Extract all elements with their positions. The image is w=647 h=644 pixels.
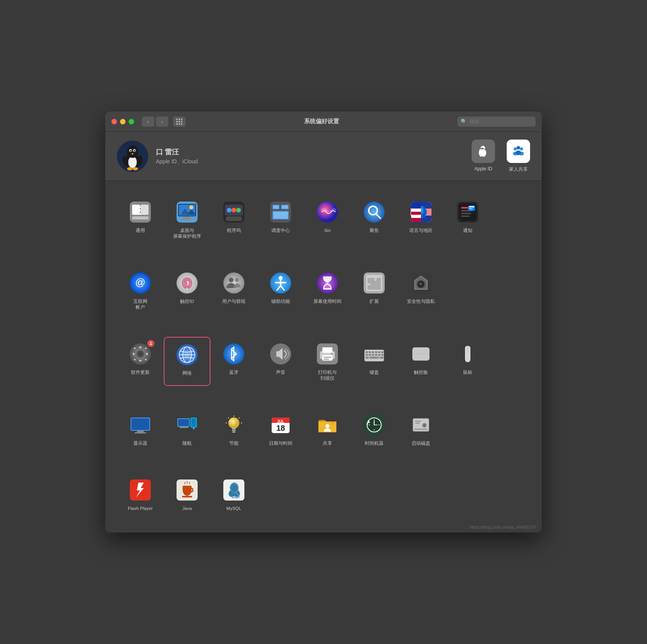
internet-icon-box: @ [128,271,153,295]
users-icon [223,272,244,294]
item-timemachine[interactable]: 时间机器 [351,408,398,451]
svg-rect-156 [180,427,188,428]
svg-rect-4 [179,121,180,122]
svg-point-159 [193,428,194,429]
timemachine-label: 时间机器 [365,441,384,446]
item-java[interactable]: Java [164,473,210,516]
sidecar-icon [177,414,198,435]
item-mouse[interactable]: 鼠标 [444,337,491,386]
item-startup[interactable]: 启动磁盘 [398,408,444,451]
item-displays[interactable]: 显示器 [117,408,164,451]
svg-point-58 [317,202,338,223]
security2-icon-box [408,271,433,295]
back-button[interactable]: ‹ [142,117,154,127]
item-language[interactable]: 语言与地区 [398,195,444,244]
item-dock[interactable]: 程序坞 [210,195,257,244]
java-icon-box [175,478,200,502]
item-network[interactable]: 网络 [164,337,210,386]
mysql-label: MySQL [226,506,241,511]
item-users[interactable]: 用户与群组 [210,266,257,315]
item-softwareupdate[interactable]: 1 [117,337,164,386]
item-screentime[interactable]: 屏幕使用时间 [304,266,351,315]
svg-rect-135 [369,354,371,356]
item-security2[interactable]: 安全性与隐私 [398,266,444,315]
apple-id-action[interactable]: Apple ID [472,140,495,173]
desktop-icon-box [175,200,200,225]
internet-icon: @ [130,272,151,294]
svg-rect-50 [226,216,242,221]
svg-text:JUL: JUL [277,419,285,424]
item-datetime[interactable]: JUL 18 日期与时间 [257,408,304,451]
svg-rect-138 [378,354,380,356]
fullscreen-button[interactable] [129,119,134,124]
bluetooth-label: 蓝牙 [229,370,239,375]
family-sharing-action[interactable]: 家人共享 [507,140,530,173]
datetime-label: 日期与时间 [269,441,292,446]
touchid-icon-box [175,271,200,295]
svg-point-12 [127,145,138,158]
close-button[interactable] [111,119,117,124]
sidecar-icon-box [175,412,200,437]
item-desktop[interactable]: 桌面与 屏幕保护程序 [164,195,210,244]
svg-rect-165 [232,432,235,433]
item-sidecar[interactable]: 随航 [164,408,210,451]
profile-info: 口 雷汪 Apple ID、iCloud [156,147,472,165]
item-general[interactable]: 通用 [117,195,164,244]
sharing-label: 共享 [323,441,332,446]
item-notifications[interactable]: 通知 [444,195,491,244]
item-internet[interactable]: @ 互联网 帐户 [117,266,164,315]
spotlight-label: 聚焦 [369,228,379,234]
touchid-label: 触控ID [180,299,194,304]
section-hardware: 1 [113,331,534,392]
item-flash[interactable]: Flash Player [117,473,164,516]
screentime-label: 屏幕使用时间 [313,299,341,304]
svg-rect-70 [411,202,421,209]
item-printer[interactable]: 打印机与 扫描仪 [304,337,351,386]
svg-rect-133 [381,351,384,353]
item-spotlight[interactable]: 聚焦 [351,195,398,244]
item-extensions[interactable]: 扩展 [351,266,398,315]
siri-icon [317,202,338,223]
section-gap-3 [113,398,534,402]
item-sharing[interactable]: 共享 [304,408,351,451]
svg-line-167 [228,418,229,418]
apple-icon [476,144,490,158]
icon-grid-hardware2: 显示器 [113,402,534,457]
svg-rect-131 [375,351,377,353]
item-trackpad[interactable]: 触控板 [398,337,444,386]
svg-rect-72 [411,212,421,215]
svg-rect-150 [131,418,149,430]
mouse-icon [457,343,478,364]
item-accessibility[interactable]: 辅助功能 [257,266,304,315]
svg-text:18: 18 [276,424,285,432]
minimize-button[interactable] [120,119,126,124]
grid-button[interactable] [173,117,186,127]
item-mission[interactable]: 调度中心 [257,195,304,244]
network-icon [177,344,198,365]
item-touchid[interactable]: 触控ID [164,266,210,315]
forward-button[interactable]: › [156,117,168,127]
icon-grid-hardware: 1 [113,331,534,392]
chevron-left-icon: ‹ [147,119,149,125]
svg-point-11 [128,156,137,168]
search-input[interactable] [469,119,532,124]
search-bar[interactable]: 🔍 [458,117,536,127]
item-keyboard[interactable]: 键盘 [351,337,398,386]
startup-icon [410,414,431,435]
svg-point-23 [514,147,517,150]
svg-line-168 [239,418,240,418]
item-siri[interactable]: Siri [304,195,351,244]
svg-point-88 [223,272,244,294]
flash-icon [130,479,151,501]
svg-point-105 [420,283,421,284]
svg-point-27 [517,146,520,150]
svg-point-125 [331,353,332,354]
general-icon [130,202,151,223]
item-battery[interactable]: 节能 [210,408,257,451]
item-bluetooth[interactable]: 蓝牙 [210,337,257,386]
svg-rect-132 [378,351,380,353]
item-sound[interactable]: 声音 [257,337,304,386]
item-mysql[interactable]: MySQL [210,473,257,516]
battery-icon-box [221,412,246,437]
svg-rect-137 [375,354,377,356]
